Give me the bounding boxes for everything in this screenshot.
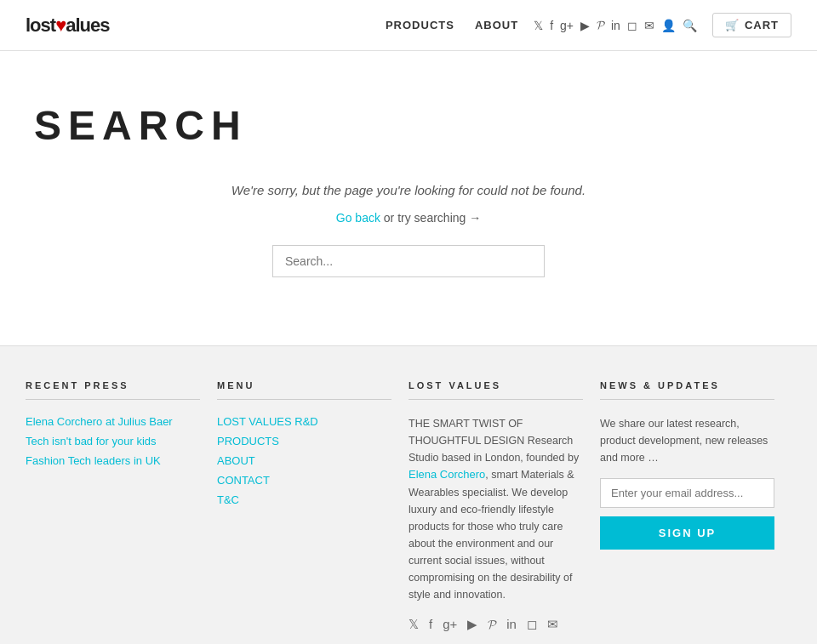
menu-item-0[interactable]: LOST VALUES R&D [217, 415, 391, 428]
google-plus-icon[interactable]: g+ [560, 19, 574, 32]
or-try-searching-text: or try searching → [384, 211, 481, 225]
nav-about[interactable]: ABOUT [475, 19, 518, 31]
lost-values-title: LOST VALUES [408, 380, 583, 400]
footer-gplus-icon[interactable]: g+ [443, 617, 457, 632]
search-wrapper [34, 245, 783, 277]
go-back-line: Go back or try searching → [34, 211, 783, 225]
recent-press-item-2[interactable]: Fashion Tech leaders in UK [26, 454, 200, 467]
search-icon[interactable]: 🔍 [683, 19, 697, 32]
footer-youtube-icon[interactable]: ▶ [467, 617, 477, 632]
linkedin-icon[interactable]: in [611, 19, 620, 32]
youtube-icon[interactable]: ▶ [580, 19, 590, 32]
footer-email-icon[interactable]: ✉ [547, 617, 558, 632]
menu-item-4[interactable]: T&C [217, 493, 391, 506]
twitter-icon[interactable]: 𝕏 [534, 19, 543, 32]
email-input[interactable] [600, 478, 774, 508]
page-title: SEARCH [34, 102, 783, 149]
user-icon[interactable]: 👤 [661, 19, 676, 32]
sign-up-button[interactable]: SIGN UP [600, 516, 774, 550]
footer-pinterest-icon[interactable]: 𝓟 [488, 617, 496, 632]
cart-label: CART [745, 19, 779, 31]
cart-icon: 🛒 [725, 19, 740, 31]
news-title: NEWS & UPDATES [600, 380, 774, 400]
search-input[interactable] [272, 245, 545, 277]
elena-corchero-link[interactable]: Elena Corchero [408, 468, 485, 481]
cart-button[interactable]: 🛒 CART [712, 13, 791, 37]
email-icon[interactable]: ✉ [644, 19, 654, 32]
site-logo[interactable]: lost♥alues [26, 14, 109, 37]
recent-press-title: RECENT PRESS [26, 380, 200, 400]
menu-title: MENU [217, 380, 391, 400]
footer-recent-press: RECENT PRESS Elena Corchero at Julius Ba… [26, 380, 217, 632]
logo-text-alues: alues [66, 14, 109, 36]
logo-heart-icon: ♥ [55, 14, 66, 36]
facebook-icon[interactable]: f [550, 19, 553, 32]
site-header: lost♥alues PRODUCTS ABOUT 𝕏 f g+ ▶ 𝓟 in … [0, 0, 817, 51]
footer-menu: MENU LOST VALUES R&D PRODUCTS ABOUT CONT… [217, 380, 408, 632]
footer-twitter-icon[interactable]: 𝕏 [408, 617, 419, 632]
header-nav-right: PRODUCTS ABOUT 𝕏 f g+ ▶ 𝓟 in ◻ ✉ 👤 🔍 🛒 C… [386, 13, 791, 37]
news-description: We share our latest research, product de… [600, 415, 774, 466]
main-content: SEARCH We're sorry, but the page you're … [0, 51, 817, 345]
menu-item-2[interactable]: ABOUT [217, 454, 391, 467]
nav-products[interactable]: PRODUCTS [386, 19, 454, 31]
pinterest-icon[interactable]: 𝓟 [597, 18, 604, 32]
footer-facebook-icon[interactable]: f [429, 617, 432, 632]
instagram-icon[interactable]: ◻ [627, 19, 637, 32]
site-footer: RECENT PRESS Elena Corchero at Julius Ba… [0, 345, 817, 644]
header-nav-links: PRODUCTS ABOUT [386, 19, 518, 31]
header-social-icons: 𝕏 f g+ ▶ 𝓟 in ◻ ✉ 👤 🔍 [534, 18, 697, 32]
footer-lost-values: LOST VALUES THE SMART TWIST OF THOUGHTFU… [408, 380, 600, 632]
recent-press-item-1[interactable]: Tech isn't bad for your kids [26, 435, 200, 447]
footer-top: RECENT PRESS Elena Corchero at Julius Ba… [0, 345, 817, 644]
footer-instagram-icon[interactable]: ◻ [527, 617, 537, 632]
menu-item-3[interactable]: CONTACT [217, 474, 391, 487]
menu-item-1[interactable]: PRODUCTS [217, 435, 391, 447]
footer-news-updates: NEWS & UPDATES We share our latest resea… [600, 380, 791, 632]
logo-text-lost: lost [26, 14, 55, 36]
lost-values-description: THE SMART TWIST OF THOUGHTFUL DESIGN Res… [408, 415, 583, 603]
lost-values-social-icons: 𝕏 f g+ ▶ 𝓟 in ◻ ✉ [408, 617, 583, 632]
go-back-link[interactable]: Go back [336, 211, 380, 225]
recent-press-item-0[interactable]: Elena Corchero at Julius Baer [26, 415, 200, 428]
footer-linkedin-icon[interactable]: in [506, 617, 517, 632]
error-message: We're sorry, but the page you're looking… [34, 183, 783, 197]
